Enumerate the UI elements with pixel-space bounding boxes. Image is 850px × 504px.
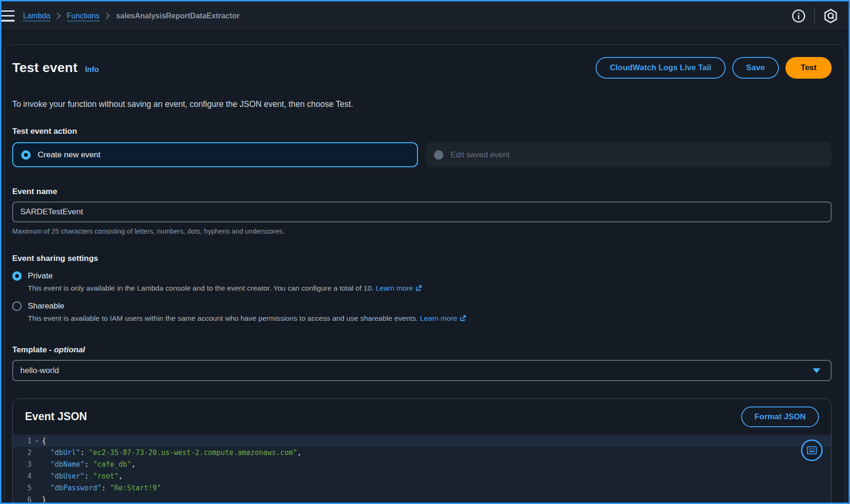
external-link-icon bbox=[459, 315, 466, 324]
keyboard-icon bbox=[806, 445, 817, 456]
line-number: 5 bbox=[13, 482, 32, 494]
save-button[interactable]: Save bbox=[732, 57, 779, 79]
shareable-radio[interactable]: Shareable bbox=[12, 301, 832, 311]
event-name-label: Event name bbox=[12, 187, 57, 196]
page-header: Test event Info CloudWatch Logs Live Tai… bbox=[12, 57, 832, 79]
event-name-input[interactable] bbox=[12, 202, 832, 222]
code-text: } bbox=[42, 494, 46, 504]
template-select[interactable]: hello-world bbox=[12, 360, 832, 381]
code-text: { bbox=[42, 435, 46, 447]
external-link-icon bbox=[415, 285, 422, 293]
fold-caret-icon[interactable]: ▾ bbox=[32, 435, 42, 447]
breadcrumb-functions[interactable]: Functions bbox=[67, 12, 99, 20]
code-line[interactable]: 4 "dbUser": "root", bbox=[13, 471, 831, 482]
code-line[interactable]: 5 "dbPassword": "Re:Start!9" bbox=[13, 482, 831, 494]
keyboard-shortcuts-button[interactable] bbox=[801, 439, 823, 461]
event-json-title: Event JSON bbox=[25, 410, 87, 423]
private-description: This event is only available in the Lamb… bbox=[28, 284, 832, 293]
private-description-text: This event is only available in the Lamb… bbox=[28, 284, 374, 292]
line-number: 1 bbox=[13, 435, 32, 447]
shareable-label: Shareable bbox=[28, 301, 65, 311]
radio-disabled-icon bbox=[434, 150, 443, 160]
template-selected-value: hello-world bbox=[20, 366, 59, 375]
fold-spacer bbox=[32, 494, 42, 504]
learn-more-label: Learn more bbox=[420, 314, 457, 322]
page-title: Test event bbox=[12, 60, 77, 75]
info-link[interactable]: Info bbox=[85, 65, 98, 74]
header-actions: CloudWatch Logs Live Tail Save Test bbox=[596, 57, 832, 79]
shareable-description-text: This event is available to IAM users wit… bbox=[28, 314, 418, 322]
create-new-event-option[interactable]: Create new event bbox=[12, 142, 418, 167]
create-new-event-label: Create new event bbox=[38, 150, 100, 160]
shareable-learn-more-link[interactable]: Learn more bbox=[420, 314, 466, 322]
line-number: 6 bbox=[13, 494, 32, 504]
learn-more-label: Learn more bbox=[376, 284, 413, 292]
breadcrumb-current-function: salesAnalysisReportDataExtractor bbox=[116, 12, 239, 20]
private-label: Private bbox=[28, 271, 53, 281]
code-line[interactable]: 3 "dbName": "cafe_db", bbox=[13, 459, 831, 471]
fold-spacer bbox=[32, 459, 42, 471]
code-text: "dbUser": "root", bbox=[42, 471, 123, 482]
breadcrumb: Lambda Functions salesAnalysisReportData… bbox=[23, 12, 240, 20]
template-section: Template - optional hello-world bbox=[12, 345, 832, 381]
chevron-down-icon bbox=[813, 368, 820, 373]
edit-saved-event-option[interactable]: Edit saved event bbox=[426, 142, 832, 167]
event-name-help: Maximum of 25 characters consisting of l… bbox=[12, 228, 832, 235]
lambda-test-event-page: Lambda Functions salesAnalysisReportData… bbox=[0, 0, 850, 504]
fold-spacer bbox=[32, 482, 42, 494]
event-sharing-section: Event sharing settings Private This even… bbox=[12, 254, 832, 324]
line-number: 4 bbox=[13, 471, 32, 482]
breadcrumb-lambda[interactable]: Lambda bbox=[23, 12, 50, 20]
event-sharing-label: Event sharing settings bbox=[12, 254, 832, 263]
topbar-divider bbox=[814, 8, 815, 24]
topbar-right bbox=[792, 8, 838, 24]
intro-text: To invoke your function without saving a… bbox=[12, 99, 832, 109]
private-radio[interactable]: Private bbox=[12, 271, 832, 281]
format-json-button[interactable]: Format JSON bbox=[741, 406, 819, 427]
code-line[interactable]: 2 "dbUrl": "ec2-35-87-73-20.us-west-2.co… bbox=[13, 447, 831, 459]
test-event-action-options: Create new event Edit saved event bbox=[12, 142, 832, 167]
test-button[interactable]: Test bbox=[785, 57, 832, 79]
shareable-description: This event is available to IAM users wit… bbox=[28, 314, 832, 324]
event-name-section: Event name Maximum of 25 characters cons… bbox=[12, 187, 832, 235]
template-label-optional: optional bbox=[54, 345, 85, 354]
chevron-right-icon bbox=[57, 12, 61, 19]
code-lines: 1▾{2 "dbUrl": "ec2-35-87-73-20.us-west-2… bbox=[13, 435, 831, 504]
code-line[interactable]: 6} bbox=[13, 494, 831, 504]
template-label: Template - optional bbox=[12, 345, 832, 355]
template-label-prefix: Template - bbox=[12, 345, 54, 354]
radio-unchecked-icon bbox=[12, 301, 22, 311]
test-event-action-section: Test event action Create new event Edit … bbox=[12, 127, 832, 167]
code-line[interactable]: 1▾{ bbox=[13, 435, 831, 447]
cloudwatch-logs-live-tail-button[interactable]: CloudWatch Logs Live Tail bbox=[596, 57, 725, 79]
event-json-panel: Event JSON Format JSON 1▾{2 "dbUrl": "ec… bbox=[12, 398, 832, 504]
code-text: "dbUrl": "ec2-35-87-73-20.us-west-2.comp… bbox=[42, 447, 302, 459]
code-text: "dbName": "cafe_db", bbox=[42, 459, 136, 471]
test-event-action-label: Test event action bbox=[12, 127, 832, 136]
line-number: 3 bbox=[13, 459, 32, 471]
info-icon[interactable] bbox=[792, 9, 806, 23]
line-number: 2 bbox=[13, 447, 32, 459]
radio-checked-icon bbox=[21, 150, 31, 160]
code-text: "dbPassword": "Re:Start!9" bbox=[42, 482, 161, 494]
radio-checked-icon bbox=[12, 271, 22, 281]
json-editor[interactable]: 1▾{2 "dbUrl": "ec2-35-87-73-20.us-west-2… bbox=[13, 434, 831, 504]
amazon-q-icon[interactable] bbox=[823, 8, 838, 24]
fold-spacer bbox=[32, 447, 42, 459]
chevron-right-icon bbox=[106, 12, 110, 19]
edit-saved-event-label: Edit saved event bbox=[450, 150, 510, 160]
private-learn-more-link[interactable]: Learn more bbox=[376, 284, 422, 292]
fold-spacer bbox=[32, 471, 42, 482]
topbar: Lambda Functions salesAnalysisReportData… bbox=[1, 1, 849, 31]
menu-icon[interactable] bbox=[0, 10, 15, 22]
content-card: Test event Info CloudWatch Logs Live Tai… bbox=[4, 44, 845, 504]
event-json-header: Event JSON Format JSON bbox=[13, 399, 831, 434]
